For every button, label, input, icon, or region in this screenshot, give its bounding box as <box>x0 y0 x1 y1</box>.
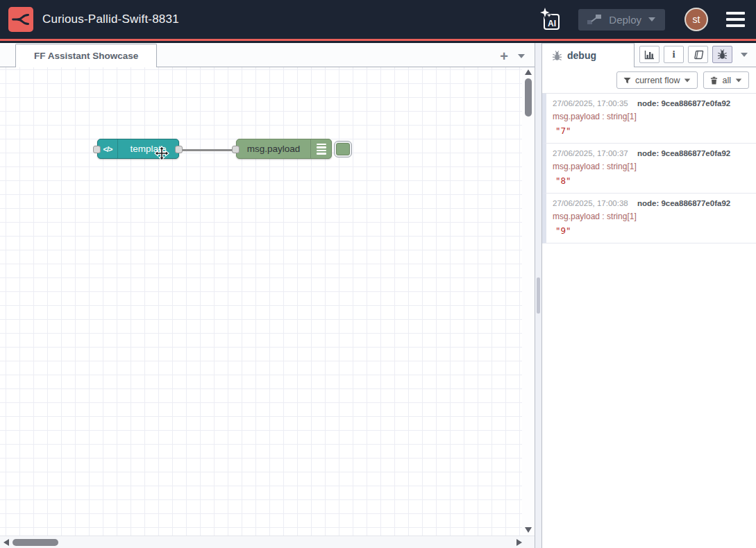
main-area: FF Assistant Showcase + </> templa <box>0 43 756 548</box>
deploy-button-label: Deploy <box>609 14 641 26</box>
filter-funnel-icon <box>623 77 631 84</box>
debug-value[interactable]: "7" <box>553 126 750 136</box>
help-tab-button[interactable] <box>688 46 708 63</box>
hamburger-icon <box>726 12 745 15</box>
node-debug-label: msg.payload <box>237 144 310 154</box>
scroll-down-arrow-icon[interactable] <box>525 527 532 533</box>
deploy-options-caret-icon[interactable] <box>648 17 655 22</box>
header-accent-line <box>0 39 756 41</box>
sidebar-tabbar: debug i <box>542 43 756 67</box>
deploy-button[interactable]: Deploy <box>578 9 665 31</box>
debug-message[interactable]: 27/06/2025, 17:00:38 node: 9cea886877e0f… <box>542 194 756 243</box>
debug-message-meta: 27/06/2025, 17:00:38 node: 9cea886877e0f… <box>553 199 750 207</box>
debug-message[interactable]: 27/06/2025, 17:00:35 node: 9cea886877e0f… <box>542 94 756 144</box>
sidebar-tabs-caret-icon[interactable] <box>741 53 748 57</box>
code-icon: </> <box>98 139 118 158</box>
flowfuse-logo-glyph <box>12 10 30 28</box>
horizontal-scroll-thumb[interactable] <box>12 539 58 546</box>
debug-timestamp: 27/06/2025, 17:00:38 <box>553 199 628 207</box>
user-avatar[interactable]: st <box>684 8 708 31</box>
sidebar-tool-icons: i <box>639 46 756 67</box>
flow-tab[interactable]: FF Assistant Showcase <box>15 44 157 67</box>
debug-timestamp: 27/06/2025, 17:00:35 <box>553 99 628 108</box>
debug-node-id: node: 9cea886877e0fa92 <box>637 149 730 157</box>
deploy-pipeline-icon <box>587 14 602 25</box>
avatar-initials: st <box>693 14 700 25</box>
add-flow-button[interactable]: + <box>500 51 508 61</box>
node-debug[interactable]: msg.payload <box>236 139 332 159</box>
debug-property-path[interactable]: msg.payload : string[1] <box>553 112 750 121</box>
node-template[interactable]: </> template <box>97 139 179 159</box>
info-tab-button[interactable]: i <box>664 46 684 63</box>
debug-property-path[interactable]: msg.payload : string[1] <box>553 162 750 171</box>
bug-icon <box>552 51 562 61</box>
clear-caret-icon <box>736 78 742 82</box>
workspace-tabbar: FF Assistant Showcase + <box>0 43 535 67</box>
debug-message-meta: 27/06/2025, 17:00:37 node: 9cea886877e0f… <box>553 149 750 157</box>
vertical-scroll-thumb[interactable] <box>525 78 532 117</box>
canvas-horizontal-scrollbar[interactable] <box>0 536 535 548</box>
debug-input-port[interactable] <box>232 146 240 153</box>
bug-icon <box>717 49 728 60</box>
template-output-port[interactable] <box>175 146 183 153</box>
flowfuse-logo-icon[interactable] <box>8 7 33 32</box>
canvas-row: </> template msg.payload <box>0 67 535 536</box>
main-menu-button[interactable] <box>725 9 746 30</box>
ai-sparkle-icon: AI <box>539 7 562 32</box>
debug-property-path[interactable]: msg.payload : string[1] <box>553 212 750 221</box>
debug-message-meta: 27/06/2025, 17:00:35 node: 9cea886877e0f… <box>553 99 750 108</box>
sidebar: debug i <box>542 43 756 548</box>
scroll-up-arrow-icon[interactable] <box>525 69 532 75</box>
debug-lines-icon <box>310 139 331 158</box>
debug-node-id: node: 9cea886877e0fa92 <box>637 199 730 207</box>
sidebar-resize-divider[interactable] <box>535 43 542 548</box>
book-icon <box>693 50 704 60</box>
node-template-label: template <box>118 144 178 154</box>
chart-icon <box>644 50 655 60</box>
debug-node-id: node: 9cea886877e0fa92 <box>637 99 730 108</box>
svg-text:AI: AI <box>548 19 556 28</box>
debug-message-list: 27/06/2025, 17:00:35 node: 9cea886877e0f… <box>542 94 756 243</box>
debug-toggle-state <box>336 143 350 155</box>
hamburger-icon <box>726 24 745 27</box>
tabbar-actions: + <box>500 51 535 67</box>
divider-grip[interactable] <box>537 277 540 314</box>
debug-clear-label: all <box>722 76 731 85</box>
flow-canvas[interactable]: </> template msg.payload <box>0 67 522 536</box>
node-wire[interactable] <box>0 67 522 536</box>
template-input-port[interactable] <box>93 146 101 153</box>
sidebar-tab-debug[interactable]: debug <box>542 43 635 67</box>
debug-value[interactable]: "9" <box>553 225 750 236</box>
scroll-left-arrow-icon[interactable] <box>3 539 9 546</box>
flow-list-caret-icon[interactable] <box>518 54 525 58</box>
debug-toolbar: current flow all <box>542 67 756 94</box>
canvas-vertical-scrollbar[interactable] <box>522 67 535 536</box>
debug-filter-label: current flow <box>635 76 680 85</box>
scroll-right-arrow-icon[interactable] <box>516 539 522 546</box>
flow-tab-label: FF Assistant Showcase <box>34 51 138 61</box>
debug-message[interactable]: 27/06/2025, 17:00:37 node: 9cea886877e0f… <box>542 144 756 194</box>
debug-filter-button[interactable]: current flow <box>616 71 698 89</box>
debug-value[interactable]: "8" <box>553 175 750 186</box>
info-icon: i <box>672 49 675 60</box>
filter-caret-icon <box>684 78 691 82</box>
ai-assistant-button[interactable]: AI <box>538 6 563 33</box>
node-red-editor: Curious-Pallid-Swift-8831 AI Deploy st <box>0 0 756 548</box>
debug-clear-button[interactable]: all <box>703 71 749 89</box>
workspace: FF Assistant Showcase + </> templa <box>0 43 535 548</box>
header: Curious-Pallid-Swift-8831 AI Deploy st <box>0 0 756 43</box>
dashboard-tab-button[interactable] <box>639 46 660 63</box>
debug-enable-toggle[interactable] <box>334 141 352 157</box>
sidebar-tab-debug-label: debug <box>567 50 596 61</box>
debug-timestamp: 27/06/2025, 17:00:37 <box>553 149 628 157</box>
trash-icon <box>710 76 718 85</box>
page-title: Curious-Pallid-Swift-8831 <box>42 12 179 26</box>
debug-tab-button[interactable] <box>712 46 732 63</box>
hamburger-icon <box>726 18 745 21</box>
